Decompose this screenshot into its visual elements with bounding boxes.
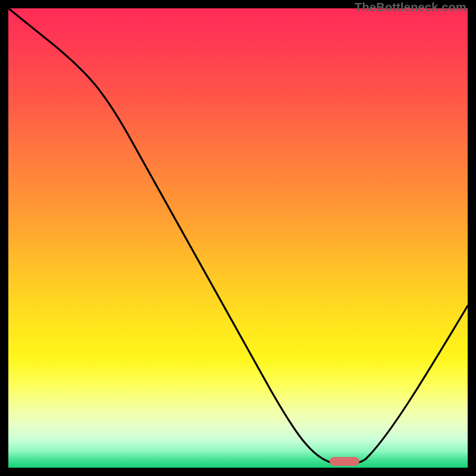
watermark-label: TheBottleneck.com <box>355 1 466 14</box>
chart-frame: TheBottleneck.com <box>0 0 476 476</box>
optimal-marker <box>8 8 468 468</box>
optimal-marker-pill <box>330 457 359 466</box>
